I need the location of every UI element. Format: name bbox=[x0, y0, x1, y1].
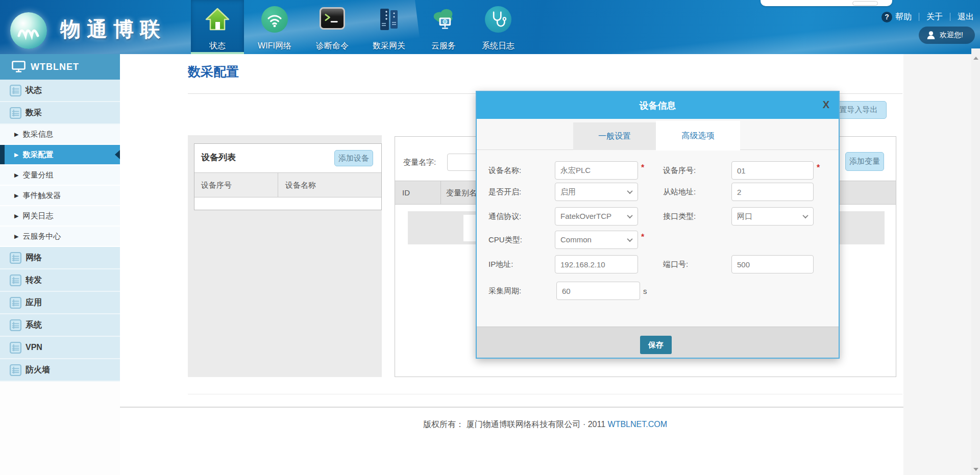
grid-icon bbox=[10, 319, 21, 331]
sidebar-subitem-label: 云服务中心 bbox=[22, 232, 61, 241]
device-info-modal: 设备信息 X 一般设置 高级选项 设备名称: * 是否开启: 启用 通信协议: … bbox=[476, 91, 840, 359]
scroll-up-arrow-icon[interactable] bbox=[973, 57, 978, 60]
protocol-select[interactable]: FatekOverTCP bbox=[555, 207, 638, 226]
cpu-type-value: Common bbox=[560, 235, 592, 244]
sidebar-item-datacollect[interactable]: 数采 bbox=[0, 102, 120, 124]
nav-gateway-label: 数采网关 bbox=[362, 41, 415, 52]
device-name-input[interactable] bbox=[555, 161, 638, 180]
wifi-icon bbox=[261, 6, 288, 33]
footer-divider bbox=[120, 407, 903, 408]
device-name-label: 设备名称: bbox=[488, 161, 521, 180]
cpu-type-select[interactable]: Common bbox=[555, 231, 638, 249]
nav-status[interactable]: 状态 bbox=[191, 0, 244, 54]
tab-advanced-options[interactable]: 高级选项 bbox=[656, 121, 740, 151]
sidebar-subitem-variable-group[interactable]: ▶ 变量分组 bbox=[0, 165, 120, 186]
scroll-down-arrow-icon[interactable] bbox=[973, 468, 978, 471]
sidebar-subitem-datacollect-info[interactable]: ▶ 数采信息 bbox=[0, 124, 120, 145]
add-variable-button[interactable]: 添加变量 bbox=[845, 152, 884, 171]
protocol-value: FatekOverTCP bbox=[560, 212, 611, 220]
nav-diagnostics-label: 诊断命令 bbox=[306, 41, 359, 52]
sidebar-item-application[interactable]: 应用 bbox=[0, 292, 120, 314]
ip-address-input[interactable] bbox=[555, 255, 638, 273]
sidebar-subitem-label: 数采配置 bbox=[22, 150, 53, 160]
sidebar-item-status[interactable]: 状态 bbox=[0, 80, 120, 102]
arrow-icon: ▶ bbox=[14, 172, 18, 179]
copyright-text: 版权所有： 厦门物通博联网络科技有限公司 · 2011 bbox=[423, 420, 605, 429]
sidebar-item-label: 应用 bbox=[26, 297, 42, 308]
active-item-bar bbox=[0, 145, 5, 164]
nav-status-label: 状态 bbox=[191, 41, 244, 52]
help-icon: ? bbox=[881, 12, 892, 22]
nav-gateway[interactable]: 数采网关 bbox=[362, 0, 415, 54]
sidebar-subitem-datacollect-config[interactable]: ▶ 数采配置 bbox=[0, 145, 120, 165]
modal-footer: 保存 bbox=[477, 327, 839, 358]
slave-address-input[interactable] bbox=[731, 183, 814, 201]
browser-find-overlay[interactable] bbox=[761, 0, 892, 6]
nav-diagnostics[interactable]: 诊断命令 bbox=[306, 0, 359, 54]
sidebar-subitem-label: 变量分组 bbox=[22, 170, 53, 180]
arrow-icon: ▶ bbox=[14, 233, 18, 240]
device-table-header: 设备序号 设备名称 bbox=[194, 172, 381, 197]
sidebar-item-forward[interactable]: 转发 bbox=[0, 269, 120, 292]
sidebar-item-label: 状态 bbox=[26, 85, 42, 96]
about-link[interactable]: 关于 bbox=[926, 12, 943, 22]
nav-wifi[interactable]: WIFI网络 bbox=[248, 0, 301, 54]
brand-name: 物通博联 bbox=[60, 15, 166, 43]
port-input[interactable] bbox=[731, 255, 814, 273]
sidebar-subitem-gateway-log[interactable]: ▶ 网关日志 bbox=[0, 206, 120, 227]
chevron-down-icon bbox=[627, 236, 632, 242]
seconds-suffix: s bbox=[643, 287, 647, 295]
required-marker: * bbox=[817, 163, 820, 172]
interface-type-label: 接口类型: bbox=[663, 207, 696, 226]
collect-period-input[interactable] bbox=[556, 282, 640, 300]
device-serial-input[interactable] bbox=[731, 161, 814, 180]
sidebar-item-vpn[interactable]: VPN bbox=[0, 337, 120, 359]
modal-tab-row: 一般设置 高级选项 bbox=[477, 119, 839, 150]
grid-icon bbox=[10, 342, 21, 354]
slave-address-label: 从站地址: bbox=[663, 183, 696, 201]
nav-syslog-label: 系统日志 bbox=[472, 41, 525, 52]
nav-cloud[interactable]: 云服务 bbox=[417, 0, 470, 54]
enabled-select[interactable]: 启用 bbox=[555, 183, 638, 201]
sidebar-item-system[interactable]: 系统 bbox=[0, 314, 120, 337]
header-links: ? 帮助 关于 退出 bbox=[881, 11, 974, 22]
arrow-icon: ▶ bbox=[14, 213, 18, 219]
cpu-type-label: CPU类型: bbox=[488, 231, 522, 249]
page-title: 数采配置 bbox=[188, 63, 239, 80]
sidebar-subitem-cloud-center[interactable]: ▶ 云服务中心 bbox=[0, 227, 120, 247]
active-item-notch bbox=[115, 150, 120, 159]
monitor-icon bbox=[12, 61, 26, 73]
sidebar-subitem-event-trigger[interactable]: ▶ 事件触发器 bbox=[0, 186, 120, 206]
close-icon[interactable]: X bbox=[823, 99, 829, 111]
collect-period-label: 采集周期: bbox=[488, 282, 521, 300]
sidebar-item-firewall[interactable]: 防火墙 bbox=[0, 359, 120, 382]
footer: 版权所有： 厦门物通博联网络科技有限公司 · 2011 WTBLNET.COM bbox=[188, 419, 902, 430]
help-link[interactable]: 帮助 bbox=[895, 12, 912, 22]
device-list-card: 设备列表 添加设备 设备序号 设备名称 bbox=[194, 143, 382, 210]
protocol-label: 通信协议: bbox=[488, 207, 521, 226]
chevron-down-icon bbox=[802, 213, 808, 218]
overlay-button[interactable] bbox=[852, 1, 878, 6]
content-bottom-divider bbox=[188, 394, 902, 394]
welcome-text: 欢迎您! bbox=[940, 31, 963, 40]
logout-link[interactable]: 退出 bbox=[958, 12, 974, 22]
interface-type-select[interactable]: 网口 bbox=[731, 207, 814, 226]
sidebar-item-network[interactable]: 网络 bbox=[0, 247, 120, 269]
sidebar-item-label: 网络 bbox=[26, 253, 42, 263]
sidebar-item-label: VPN bbox=[26, 343, 42, 352]
link-divider bbox=[919, 13, 919, 21]
sidebar-title: WTBLNET bbox=[31, 62, 79, 72]
footer-link[interactable]: WTBLNET.COM bbox=[608, 420, 667, 429]
tab-general-settings[interactable]: 一般设置 bbox=[573, 122, 656, 150]
top-header: 物通博联 状态 WIFI网络 bbox=[0, 0, 980, 54]
nav-syslog[interactable]: 系统日志 bbox=[472, 0, 525, 54]
page-scrollbar[interactable] bbox=[971, 48, 980, 475]
grid-icon bbox=[10, 297, 21, 309]
add-device-button[interactable]: 添加设备 bbox=[334, 150, 373, 166]
welcome-user-pill[interactable]: 欢迎您! bbox=[919, 27, 975, 44]
save-button[interactable]: 保存 bbox=[640, 336, 672, 354]
stethoscope-icon bbox=[485, 6, 511, 33]
grid-icon bbox=[10, 252, 21, 264]
variable-filter-label: 变量名字: bbox=[403, 154, 436, 171]
nav-wifi-label: WIFI网络 bbox=[248, 41, 301, 52]
